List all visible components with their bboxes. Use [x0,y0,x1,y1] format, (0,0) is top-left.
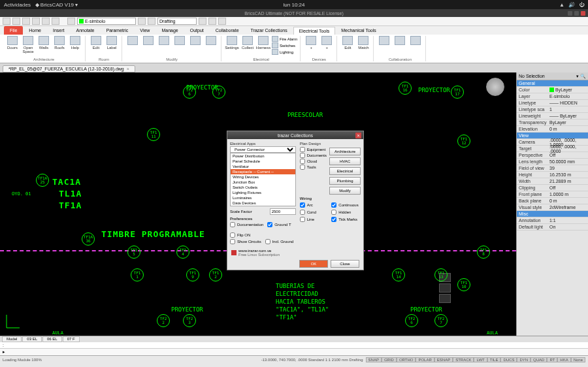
property-row[interactable]: Default lightOn [517,224,588,231]
property-value[interactable]: Off [548,185,588,190]
ribbon-small-button[interactable]: Switches [272,42,297,48]
ribbon-button[interactable] [188,36,203,56]
qat-redo-icon[interactable] [52,18,59,25]
btn-hvac[interactable]: HVAC [329,157,361,165]
status-toggle[interactable]: SNAP [366,357,382,362]
property-row[interactable]: Linetype sca1 [517,106,588,113]
property-value[interactable]: On [548,225,588,229]
qat-icon[interactable] [138,18,146,25]
layout-tab[interactable]: 06 EL [42,336,62,342]
ribbon-button[interactable]: + [319,36,334,56]
tab-insert[interactable]: Insert [47,26,71,35]
property-value[interactable]: .0000, .0000, .0000 [548,144,588,153]
ribbon-button[interactable]: + [304,36,318,56]
cb-cloud[interactable] [300,159,305,164]
minimize-button[interactable] [568,11,572,16]
document-tab[interactable]: *RP_EL_05@07_FUERZA_ESCUELA (12-10-2018)… [3,65,135,72]
property-row[interactable]: PerspectiveOff [517,152,588,159]
ribbon-button[interactable]: Open Space [21,36,35,56]
layout-tab[interactable]: 03 EL [22,336,42,342]
cb-incl-ground[interactable] [265,239,270,244]
property-row[interactable]: Target.0000, .0000, .0000 [517,146,588,152]
layout-tab-model[interactable]: Model [2,336,22,342]
ribbon-button[interactable] [377,36,391,56]
apps-dropdown[interactable]: Power Connector [230,146,296,153]
property-value[interactable]: 39 [548,166,588,170]
props-dropdown-icon[interactable]: ▾ 🔍 [576,74,586,79]
ribbon-button[interactable]: Doors [5,36,20,56]
property-row[interactable]: TransparencyByLayer [517,120,588,126]
property-row[interactable]: Width21.2889 m [517,178,588,185]
ribbon-button[interactable]: Help [68,36,82,56]
status-toggle[interactable]: HKA [557,357,570,362]
tab-annotate[interactable]: Annotate [70,26,100,35]
property-value[interactable]: —— ByLayer [548,114,588,118]
qat-print-icon[interactable] [32,18,40,25]
tab-mechanical[interactable]: Mechanical Tools [335,26,382,35]
qat-icon[interactable] [199,18,206,25]
property-row[interactable]: Lens length50.0000 mm [517,159,588,165]
tab-trazar[interactable]: Trazar Collections [245,26,293,35]
cb-tick[interactable] [331,217,336,222]
apps-listbox[interactable]: Power DistributionPanel ScheduleVentilat… [230,153,296,206]
ribbon-button[interactable]: Harness [256,36,270,56]
property-value[interactable]: ByLayer [548,120,588,125]
qat-icon[interactable] [208,18,216,25]
ribbon-button[interactable]: Settings [225,36,239,56]
props-section-misc[interactable]: Misc [517,211,588,217]
property-value[interactable]: 0 m [548,199,588,203]
property-row[interactable]: Field of view39 [517,165,588,172]
cb-equipment[interactable] [300,147,305,152]
btn-electrical[interactable]: Electrical [329,167,361,175]
property-value[interactable]: ByLayer [548,88,588,92]
property-value[interactable]: 1 [548,107,588,112]
layer-state-icon[interactable] [67,18,75,25]
cb-arc[interactable] [300,202,305,208]
list-item[interactable]: Lighting Fixtures [231,190,295,195]
qat-save-icon[interactable] [22,18,30,25]
command-input[interactable] [8,349,585,354]
app-indicator[interactable]: ◆ BricsCAD V19 ▾ [35,2,78,8]
ribbon-small-button[interactable]: Lighting [272,49,297,55]
property-row[interactable]: ClippingOff [517,185,588,191]
clock[interactable]: lun 10:24 [284,2,305,8]
ribbon-button[interactable] [141,36,155,56]
list-item[interactable]: Data Devices [231,200,295,206]
dialog-title-bar[interactable]: trazar Collections × [227,131,363,139]
btn-plumbing[interactable]: Plumbing [329,177,361,185]
close-window-button[interactable] [581,11,585,16]
tab-home[interactable]: Home [23,26,47,35]
nav-button[interactable] [439,283,451,293]
cb-documents[interactable] [300,153,305,158]
ribbon-button[interactable]: Edit [89,36,103,56]
property-value[interactable]: 1.0000 m [548,192,588,197]
property-row[interactable]: Elevation0 m [517,126,588,133]
status-toggle[interactable]: DYN [517,357,531,362]
ribbon-button[interactable] [172,36,187,56]
dialog-close-icon[interactable]: × [355,133,361,138]
power-icon[interactable]: ⏻ [579,2,584,8]
property-row[interactable]: Linetype—— HIDDEN [517,100,588,106]
ribbon-button[interactable] [393,36,407,56]
status-toggle[interactable]: POLAR [416,357,434,362]
property-value[interactable]: 21.2889 m [548,179,588,184]
status-toggle[interactable]: None [571,357,585,362]
layout-tab[interactable]: 07 F [63,336,80,342]
btn-architecture[interactable]: Architecture [329,148,361,155]
workspace-dropdown[interactable]: Drafting [157,18,197,25]
list-item[interactable]: Luminaires [231,195,295,200]
ribbon-button[interactable]: Label [105,36,119,56]
property-row[interactable]: Front plane1.0000 m [517,191,588,198]
cb-ground[interactable] [267,222,272,227]
property-row[interactable]: Lineweight—— ByLayer [517,113,588,120]
property-value[interactable]: 16.2530 m [548,172,588,177]
property-value[interactable]: —— HIDDEN [548,101,588,105]
maximize-button[interactable] [574,11,579,16]
ok-button[interactable]: OK [299,260,328,268]
ribbon-small-button[interactable]: Fire Alarm [272,36,297,42]
close-button[interactable]: Close [331,260,359,268]
status-toggle[interactable]: GRID [382,357,397,362]
btn-modify[interactable]: Modify [329,187,361,195]
cb-continuous[interactable] [331,202,336,208]
tab-view[interactable]: View [134,26,155,35]
